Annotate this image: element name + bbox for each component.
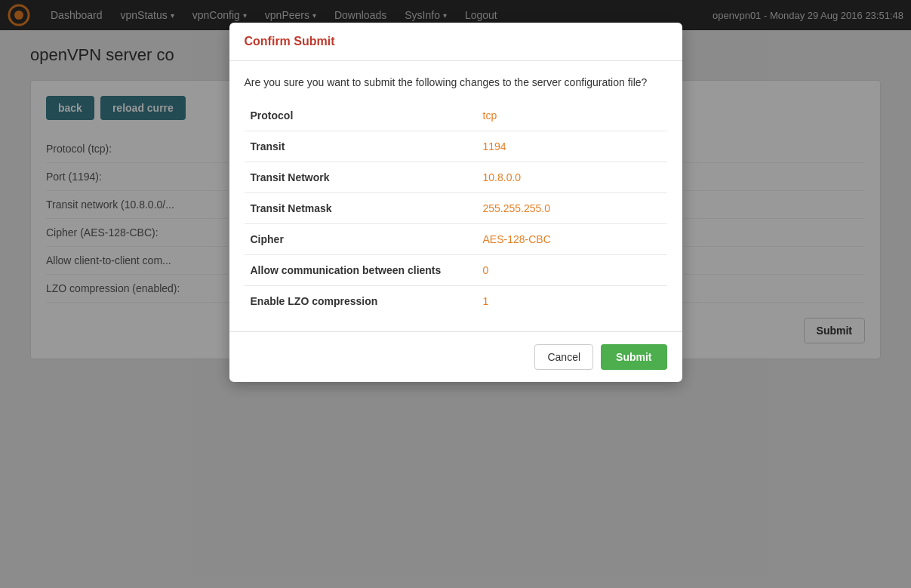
modal-question: Are you sure you want to submit the foll… [245, 76, 667, 88]
modal-field-value: 0 [477, 255, 667, 286]
modal-submit-button[interactable]: Submit [601, 344, 666, 370]
modal-field-label: Allow communication between clients [245, 255, 477, 286]
cancel-button[interactable]: Cancel [534, 344, 593, 370]
modal-table-row: CipherAES-128-CBC [245, 224, 667, 255]
modal-body: Are you sure you want to submit the foll… [229, 61, 682, 331]
confirm-modal: Confirm Submit Are you sure you want to … [229, 23, 682, 382]
modal-field-label: Protocol [245, 100, 477, 131]
modal-field-label: Cipher [245, 224, 477, 255]
modal-field-value: 1194 [477, 131, 667, 162]
modal-footer: Cancel Submit [229, 331, 682, 382]
modal-field-value: 10.8.0.0 [477, 162, 667, 193]
modal-field-label: Transit [245, 131, 477, 162]
modal-title: Confirm Submit [245, 35, 335, 48]
modal-table-row: Protocoltcp [245, 100, 667, 131]
modal-field-value: 255.255.255.0 [477, 193, 667, 224]
modal-table-row: Transit1194 [245, 131, 667, 162]
modal-field-label: Transit Network [245, 162, 477, 193]
modal-overlay: Confirm Submit Are you sure you want to … [0, 0, 911, 588]
modal-field-value: 1 [477, 286, 667, 317]
modal-table-row: Transit Network10.8.0.0 [245, 162, 667, 193]
modal-table-row: Enable LZO compression1 [245, 286, 667, 317]
modal-table-row: Allow communication between clients0 [245, 255, 667, 286]
modal-table-row: Transit Netmask255.255.255.0 [245, 193, 667, 224]
modal-changes-table: ProtocoltcpTransit1194Transit Network10.… [245, 100, 667, 316]
modal-field-label: Transit Netmask [245, 193, 477, 224]
modal-field-value: AES-128-CBC [477, 224, 667, 255]
modal-field-value: tcp [477, 100, 667, 131]
modal-field-label: Enable LZO compression [245, 286, 477, 317]
modal-header: Confirm Submit [229, 23, 682, 61]
